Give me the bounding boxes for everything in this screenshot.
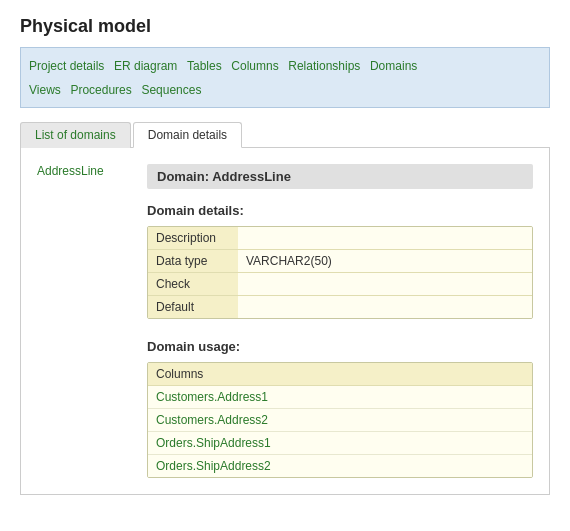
domain-title: Domain: AddressLine <box>147 164 533 189</box>
domain-details-label: Domain details: <box>147 203 533 218</box>
sidebar: AddressLine <box>37 164 127 478</box>
list-item: Customers.Address2 <box>148 409 532 432</box>
domain-usage-label: Domain usage: <box>147 339 533 354</box>
table-row: Data type VARCHAR2(50) <box>148 250 532 273</box>
detail-key-default: Default <box>148 296 238 318</box>
nav-sequences[interactable]: Sequences <box>141 83 201 97</box>
nav-columns[interactable]: Columns <box>231 59 278 73</box>
nav-procedures[interactable]: Procedures <box>70 83 131 97</box>
nav-views[interactable]: Views <box>29 83 61 97</box>
usage-link-orders-shipaddress1[interactable]: Orders.ShipAddress1 <box>148 432 532 454</box>
nav-domains[interactable]: Domains <box>370 59 417 73</box>
domain-details-table: Description Data type VARCHAR2(50) Check… <box>147 226 533 319</box>
usage-link-orders-shipaddress2[interactable]: Orders.ShipAddress2 <box>148 455 532 477</box>
detail-key-description: Description <box>148 227 238 249</box>
detail-value-check <box>238 273 532 295</box>
content-area: AddressLine Domain: AddressLine Domain d… <box>20 147 550 495</box>
list-item: Orders.ShipAddress2 <box>148 455 532 477</box>
domain-usage-table: Columns Customers.Address1 Customers.Add… <box>147 362 533 478</box>
detail-value-datatype: VARCHAR2(50) <box>238 250 532 272</box>
nav-er-diagram[interactable]: ER diagram <box>114 59 177 73</box>
usage-link-customers-address1[interactable]: Customers.Address1 <box>148 386 532 408</box>
detail-key-check: Check <box>148 273 238 295</box>
nav-relationships[interactable]: Relationships <box>288 59 360 73</box>
page-title: Physical model <box>20 16 550 37</box>
usage-link-customers-address2[interactable]: Customers.Address2 <box>148 409 532 431</box>
nav-project-details[interactable]: Project details <box>29 59 104 73</box>
table-row: Check <box>148 273 532 296</box>
sidebar-item-addressline[interactable]: AddressLine <box>37 164 127 178</box>
nav-tables[interactable]: Tables <box>187 59 222 73</box>
main-content: Domain: AddressLine Domain details: Desc… <box>147 164 533 478</box>
table-row: Default <box>148 296 532 318</box>
list-item: Customers.Address1 <box>148 386 532 409</box>
tab-list-of-domains[interactable]: List of domains <box>20 122 131 148</box>
navigation-bar: Project details ER diagram Tables Column… <box>20 47 550 108</box>
table-row: Description <box>148 227 532 250</box>
list-item: Orders.ShipAddress1 <box>148 432 532 455</box>
detail-value-default <box>238 296 532 318</box>
tab-domain-details[interactable]: Domain details <box>133 122 242 148</box>
detail-key-datatype: Data type <box>148 250 238 272</box>
usage-columns-header: Columns <box>148 363 532 386</box>
tabs-row: List of domains Domain details <box>20 122 550 148</box>
detail-value-description <box>238 227 532 249</box>
